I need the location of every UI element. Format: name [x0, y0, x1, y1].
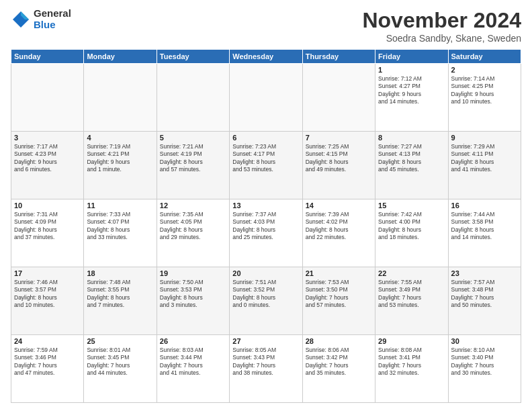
- day-number: 3: [14, 134, 81, 142]
- location: Soedra Sandby, Skane, Sweden: [362, 33, 521, 44]
- header-friday: Friday: [375, 50, 448, 64]
- calendar-cell-w0-d0: [11, 64, 84, 132]
- calendar-cell-w1-d6: 9Sunrise: 7:29 AM Sunset: 4:11 PM Daylig…: [448, 132, 521, 199]
- day-info: Sunrise: 7:23 AM Sunset: 4:17 PM Dayligh…: [232, 143, 299, 174]
- day-number: 11: [87, 201, 153, 210]
- day-info: Sunrise: 7:35 AM Sunset: 4:05 PM Dayligh…: [160, 211, 226, 242]
- day-number: 10: [14, 201, 81, 210]
- calendar-cell-w2-d1: 11Sunrise: 7:33 AM Sunset: 4:07 PM Dayli…: [84, 199, 157, 267]
- day-info: Sunrise: 7:44 AM Sunset: 3:58 PM Dayligh…: [451, 211, 518, 242]
- calendar: Sunday Monday Tuesday Wednesday Thursday…: [11, 49, 521, 403]
- day-number: 1: [378, 66, 445, 74]
- calendar-cell-w4-d4: 28Sunrise: 8:06 AM Sunset: 3:42 PM Dayli…: [302, 335, 375, 403]
- calendar-cell-w1-d0: 3Sunrise: 7:17 AM Sunset: 4:23 PM Daylig…: [11, 132, 84, 199]
- day-number: 14: [306, 201, 372, 210]
- day-info: Sunrise: 7:29 AM Sunset: 4:11 PM Dayligh…: [451, 143, 518, 174]
- day-number: 24: [14, 337, 81, 345]
- calendar-cell-w4-d2: 26Sunrise: 8:03 AM Sunset: 3:44 PM Dayli…: [157, 335, 229, 403]
- day-number: 22: [378, 269, 445, 277]
- day-info: Sunrise: 7:25 AM Sunset: 4:15 PM Dayligh…: [306, 143, 372, 174]
- calendar-cell-w4-d0: 24Sunrise: 7:59 AM Sunset: 3:46 PM Dayli…: [11, 335, 84, 403]
- calendar-cell-w1-d1: 4Sunrise: 7:19 AM Sunset: 4:21 PM Daylig…: [84, 132, 157, 199]
- header-wednesday: Wednesday: [230, 50, 302, 64]
- day-info: Sunrise: 8:08 AM Sunset: 3:41 PM Dayligh…: [378, 347, 445, 377]
- header-saturday: Saturday: [448, 50, 521, 64]
- calendar-cell-w3-d0: 17Sunrise: 7:46 AM Sunset: 3:57 PM Dayli…: [11, 267, 84, 335]
- day-number: 27: [232, 337, 299, 345]
- calendar-header-row: Sunday Monday Tuesday Wednesday Thursday…: [11, 50, 521, 64]
- day-number: 2: [451, 66, 518, 74]
- day-number: 29: [378, 337, 445, 345]
- header: General Blue November 2024 Soedra Sandby…: [11, 8, 521, 44]
- calendar-cell-w3-d2: 19Sunrise: 7:50 AM Sunset: 3:53 PM Dayli…: [157, 267, 229, 335]
- day-info: Sunrise: 7:46 AM Sunset: 3:57 PM Dayligh…: [14, 279, 81, 310]
- day-number: 4: [87, 134, 153, 142]
- day-number: 7: [306, 134, 372, 142]
- day-info: Sunrise: 7:53 AM Sunset: 3:50 PM Dayligh…: [306, 279, 372, 310]
- day-info: Sunrise: 8:05 AM Sunset: 3:43 PM Dayligh…: [232, 347, 299, 377]
- day-number: 18: [87, 269, 153, 277]
- month-title: November 2024: [362, 8, 521, 33]
- day-info: Sunrise: 8:10 AM Sunset: 3:40 PM Dayligh…: [451, 347, 518, 377]
- day-number: 26: [160, 337, 226, 345]
- day-info: Sunrise: 7:12 AM Sunset: 4:27 PM Dayligh…: [378, 75, 445, 106]
- calendar-cell-w2-d4: 14Sunrise: 7:39 AM Sunset: 4:02 PM Dayli…: [302, 199, 375, 267]
- day-info: Sunrise: 7:17 AM Sunset: 4:23 PM Dayligh…: [14, 143, 81, 174]
- page: General Blue November 2024 Soedra Sandby…: [0, 0, 532, 411]
- day-number: 23: [451, 269, 518, 277]
- calendar-cell-w0-d4: [302, 64, 375, 132]
- calendar-cell-w3-d6: 23Sunrise: 7:57 AM Sunset: 3:48 PM Dayli…: [448, 267, 521, 335]
- calendar-cell-w1-d4: 7Sunrise: 7:25 AM Sunset: 4:15 PM Daylig…: [302, 132, 375, 199]
- header-tuesday: Tuesday: [157, 50, 229, 64]
- calendar-cell-w4-d5: 29Sunrise: 8:08 AM Sunset: 3:41 PM Dayli…: [375, 335, 448, 403]
- calendar-cell-w2-d6: 16Sunrise: 7:44 AM Sunset: 3:58 PM Dayli…: [448, 199, 521, 267]
- day-info: Sunrise: 7:42 AM Sunset: 4:00 PM Dayligh…: [378, 211, 445, 242]
- logo-text: General Blue: [34, 8, 71, 30]
- calendar-cell-w4-d3: 27Sunrise: 8:05 AM Sunset: 3:43 PM Dayli…: [230, 335, 302, 403]
- day-info: Sunrise: 7:19 AM Sunset: 4:21 PM Dayligh…: [87, 143, 153, 174]
- calendar-cell-w2-d5: 15Sunrise: 7:42 AM Sunset: 4:00 PM Dayli…: [375, 199, 448, 267]
- calendar-cell-w0-d1: [84, 64, 157, 132]
- calendar-cell-w1-d5: 8Sunrise: 7:27 AM Sunset: 4:13 PM Daylig…: [375, 132, 448, 199]
- day-number: 19: [160, 269, 226, 277]
- day-number: 15: [378, 201, 445, 210]
- calendar-cell-w0-d2: [157, 64, 229, 132]
- calendar-cell-w1-d3: 6Sunrise: 7:23 AM Sunset: 4:17 PM Daylig…: [230, 132, 302, 199]
- calendar-week-2: 10Sunrise: 7:31 AM Sunset: 4:09 PM Dayli…: [11, 199, 521, 267]
- logo: General Blue: [11, 8, 71, 30]
- header-thursday: Thursday: [302, 50, 375, 64]
- day-number: 12: [160, 201, 226, 210]
- day-info: Sunrise: 7:50 AM Sunset: 3:53 PM Dayligh…: [160, 279, 226, 310]
- logo-icon: [11, 9, 31, 30]
- day-number: 30: [451, 337, 518, 345]
- day-info: Sunrise: 7:51 AM Sunset: 3:52 PM Dayligh…: [232, 279, 299, 310]
- day-number: 25: [87, 337, 153, 345]
- day-number: 28: [306, 337, 372, 345]
- day-info: Sunrise: 7:14 AM Sunset: 4:25 PM Dayligh…: [451, 75, 518, 106]
- day-number: 17: [14, 269, 81, 277]
- day-number: 16: [451, 201, 518, 210]
- calendar-cell-w2-d3: 13Sunrise: 7:37 AM Sunset: 4:03 PM Dayli…: [230, 199, 302, 267]
- day-info: Sunrise: 7:27 AM Sunset: 4:13 PM Dayligh…: [378, 143, 445, 174]
- header-monday: Monday: [84, 50, 157, 64]
- calendar-cell-w3-d5: 22Sunrise: 7:55 AM Sunset: 3:49 PM Dayli…: [375, 267, 448, 335]
- calendar-week-0: 1Sunrise: 7:12 AM Sunset: 4:27 PM Daylig…: [11, 64, 521, 132]
- logo-general: General: [34, 8, 71, 19]
- calendar-week-3: 17Sunrise: 7:46 AM Sunset: 3:57 PM Dayli…: [11, 267, 521, 335]
- calendar-cell-w0-d3: [230, 64, 302, 132]
- calendar-cell-w4-d1: 25Sunrise: 8:01 AM Sunset: 3:45 PM Dayli…: [84, 335, 157, 403]
- day-info: Sunrise: 7:55 AM Sunset: 3:49 PM Dayligh…: [378, 279, 445, 310]
- day-info: Sunrise: 7:31 AM Sunset: 4:09 PM Dayligh…: [14, 211, 81, 242]
- day-info: Sunrise: 7:39 AM Sunset: 4:02 PM Dayligh…: [306, 211, 372, 242]
- day-number: 9: [451, 134, 518, 142]
- day-number: 5: [160, 134, 226, 142]
- calendar-cell-w2-d0: 10Sunrise: 7:31 AM Sunset: 4:09 PM Dayli…: [11, 199, 84, 267]
- calendar-week-4: 24Sunrise: 7:59 AM Sunset: 3:46 PM Dayli…: [11, 335, 521, 403]
- day-info: Sunrise: 8:06 AM Sunset: 3:42 PM Dayligh…: [306, 347, 372, 377]
- day-info: Sunrise: 7:48 AM Sunset: 3:55 PM Dayligh…: [87, 279, 153, 310]
- day-info: Sunrise: 8:01 AM Sunset: 3:45 PM Dayligh…: [87, 347, 153, 377]
- calendar-week-1: 3Sunrise: 7:17 AM Sunset: 4:23 PM Daylig…: [11, 132, 521, 199]
- calendar-cell-w3-d1: 18Sunrise: 7:48 AM Sunset: 3:55 PM Dayli…: [84, 267, 157, 335]
- calendar-cell-w3-d4: 21Sunrise: 7:53 AM Sunset: 3:50 PM Dayli…: [302, 267, 375, 335]
- day-info: Sunrise: 7:21 AM Sunset: 4:19 PM Dayligh…: [160, 143, 226, 174]
